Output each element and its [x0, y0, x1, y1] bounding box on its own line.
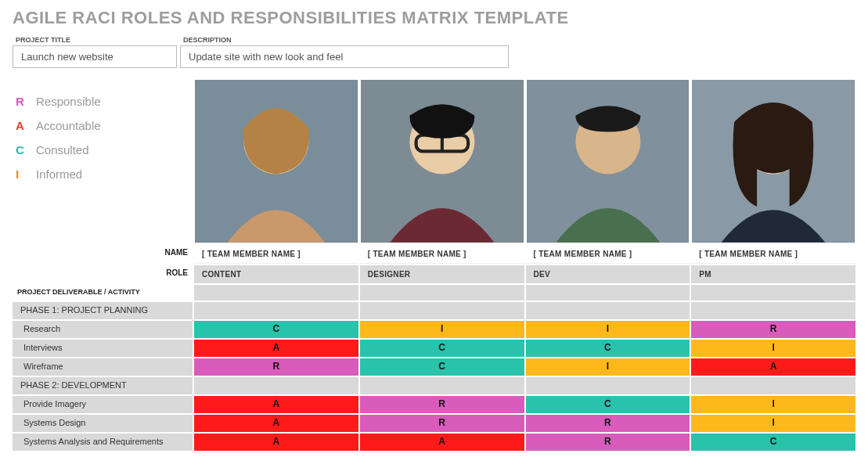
legend-word: Informed — [36, 167, 82, 181]
name-row-label: NAME — [13, 245, 193, 264]
raci-cell[interactable]: R — [526, 415, 690, 432]
raci-cell[interactable]: R — [194, 358, 358, 376]
raci-cell[interactable]: C — [360, 358, 524, 376]
header-pad — [691, 285, 855, 300]
phase-pad — [194, 302, 358, 319]
activity-label: Wireframe — [13, 358, 193, 376]
legend-row: AAccountable — [16, 119, 186, 132]
raci-cell[interactable]: C — [526, 340, 690, 357]
phase-label: PHASE 2: DEVELOPMENT — [13, 377, 193, 394]
activity-label: Systems Analysis and Requirements — [13, 434, 193, 451]
activity-label: Systems Design — [13, 415, 193, 432]
raci-cell[interactable]: A — [194, 396, 358, 413]
member-role[interactable]: PM — [691, 265, 855, 283]
member-role[interactable]: DEV — [526, 265, 690, 283]
legend-letter: C — [16, 143, 28, 157]
legend-letter: I — [16, 167, 28, 181]
header-pad — [360, 285, 524, 300]
raci-cell[interactable]: A — [194, 415, 358, 432]
raci-cell[interactable]: C — [691, 434, 855, 451]
member-photo — [360, 79, 524, 243]
member-name[interactable]: [ TEAM MEMBER NAME ] — [691, 245, 855, 264]
activity-label: Interviews — [13, 340, 193, 357]
header-pad — [194, 285, 358, 300]
description-input[interactable]: Update site with new look and feel — [180, 45, 509, 68]
phase-pad — [691, 302, 855, 319]
raci-cell[interactable]: I — [691, 396, 855, 413]
role-row-label: ROLE — [13, 265, 193, 283]
member-role[interactable]: CONTENT — [194, 265, 358, 283]
page-title: AGILE RACI ROLES AND RESPONSIBILITIES MA… — [13, 8, 855, 28]
legend-letter: A — [16, 119, 28, 132]
raci-cell[interactable]: A — [194, 340, 358, 357]
member-name[interactable]: [ TEAM MEMBER NAME ] — [360, 245, 524, 264]
description-label: DESCRIPTION — [180, 34, 509, 45]
meta-row: PROJECT TITLE Launch new website DESCRIP… — [13, 34, 855, 68]
activity-label: Research — [13, 321, 193, 338]
raci-cell[interactable]: C — [194, 321, 358, 338]
raci-cell[interactable]: I — [526, 358, 690, 376]
raci-cell[interactable]: R — [526, 434, 690, 451]
header-pad — [526, 285, 690, 300]
legend-word: Responsible — [36, 95, 101, 108]
phase-pad — [691, 377, 855, 394]
phase-pad — [360, 377, 524, 394]
legend-row: IInformed — [16, 167, 186, 181]
raci-cell[interactable]: R — [691, 321, 855, 338]
raci-cell[interactable]: C — [360, 340, 524, 357]
phase-label: PHASE 1: PROJECT PLANNING — [13, 302, 193, 319]
raci-cell[interactable]: I — [691, 415, 855, 432]
raci-cell[interactable]: A — [691, 358, 855, 376]
phase-pad — [360, 302, 524, 319]
raci-cell[interactable]: R — [360, 396, 524, 413]
raci-grid: RResponsibleAAccountableCConsultedIInfor… — [13, 79, 855, 451]
legend-row: CConsulted — [16, 143, 186, 157]
raci-cell[interactable]: R — [360, 415, 524, 432]
legend-word: Accountable — [36, 119, 101, 132]
raci-cell[interactable]: C — [526, 396, 690, 413]
raci-cell[interactable]: I — [691, 340, 855, 357]
activity-label: Provide Imagery — [13, 396, 193, 413]
member-role[interactable]: DESIGNER — [360, 265, 524, 283]
member-name[interactable]: [ TEAM MEMBER NAME ] — [526, 245, 690, 264]
member-photo — [691, 79, 855, 243]
member-photo — [194, 79, 358, 243]
legend-letter: R — [16, 95, 28, 108]
raci-cell[interactable]: I — [360, 321, 524, 338]
raci-legend: RResponsibleAAccountableCConsultedIInfor… — [13, 79, 193, 243]
legend-row: RResponsible — [16, 95, 186, 108]
phase-pad — [526, 302, 690, 319]
raci-cell[interactable]: I — [526, 321, 690, 338]
phase-pad — [526, 377, 690, 394]
member-photo — [526, 79, 690, 243]
raci-cell[interactable]: A — [194, 434, 358, 451]
member-name[interactable]: [ TEAM MEMBER NAME ] — [194, 245, 358, 264]
project-title-input[interactable]: Launch new website — [13, 45, 177, 68]
phase-pad — [194, 377, 358, 394]
project-title-label: PROJECT TITLE — [13, 34, 177, 45]
raci-cell[interactable]: A — [360, 434, 524, 451]
deliverable-header: PROJECT DELIVERABLE / ACTIVITY — [13, 285, 193, 300]
legend-word: Consulted — [36, 143, 89, 157]
